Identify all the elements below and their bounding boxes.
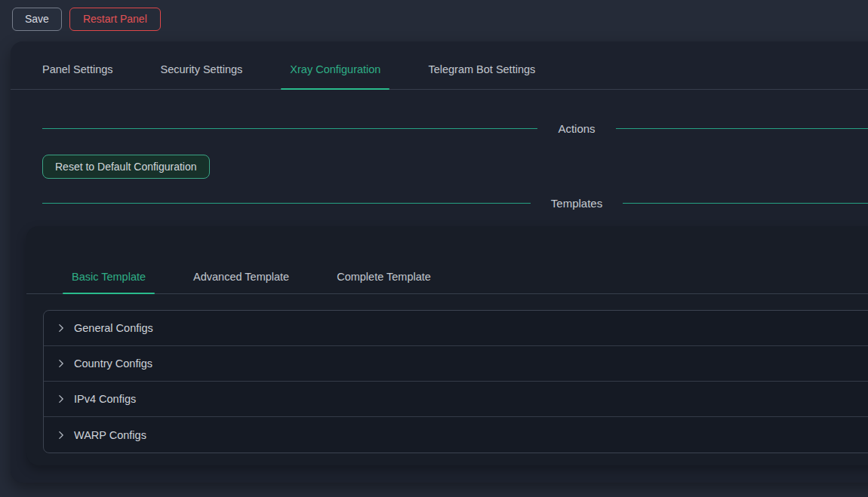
chevron-right-icon (56, 323, 66, 333)
chevron-right-icon (56, 430, 66, 440)
actions-divider-label: Actions (537, 122, 615, 135)
topbar: Save Restart Panel (0, 0, 868, 38)
settings-card: Panel Settings Security Settings Xray Co… (11, 41, 868, 483)
divider-line (42, 203, 531, 204)
chevron-right-icon (56, 358, 66, 369)
collapse-general-configs[interactable]: General Configs (44, 311, 868, 346)
tab-basic-template[interactable]: Basic Template (63, 269, 155, 293)
templates-divider: Templates (42, 193, 868, 213)
settings-tabs: Panel Settings Security Settings Xray Co… (11, 41, 868, 90)
tab-xray-configuration[interactable]: Xray Configuration (281, 62, 389, 89)
divider-line (616, 128, 868, 129)
templates-divider-label: Templates (531, 197, 623, 210)
tab-panel-settings[interactable]: Panel Settings (33, 62, 122, 89)
collapse-country-configs[interactable]: Country Configs (44, 346, 868, 382)
chevron-right-icon (56, 394, 66, 404)
collapse-header-label: IPv4 Configs (74, 393, 136, 405)
reset-default-configuration-button[interactable]: Reset to Default Configuration (42, 155, 210, 179)
collapse-ipv4-configs[interactable]: IPv4 Configs (44, 382, 868, 417)
collapse-header-label: WARP Configs (74, 429, 146, 441)
tab-complete-template[interactable]: Complete Template (328, 269, 440, 293)
tab-telegram-bot-settings[interactable]: Telegram Bot Settings (419, 62, 544, 89)
tab-security-settings[interactable]: Security Settings (152, 62, 252, 89)
templates-card: Basic Template Advanced Template Complet… (26, 226, 868, 465)
save-button[interactable]: Save (12, 8, 62, 31)
template-tabs: Basic Template Advanced Template Complet… (26, 226, 868, 294)
divider-line (623, 203, 868, 204)
restart-panel-button[interactable]: Restart Panel (69, 8, 161, 31)
actions-divider: Actions (42, 118, 868, 138)
collapse-header-label: General Configs (74, 322, 153, 334)
collapse-warp-configs[interactable]: WARP Configs (44, 417, 868, 453)
collapse-header-label: Country Configs (74, 357, 152, 370)
divider-line (42, 128, 537, 129)
tab-advanced-template[interactable]: Advanced Template (184, 269, 298, 293)
template-collapse: General Configs Country Configs IPv4 Con… (43, 310, 868, 453)
